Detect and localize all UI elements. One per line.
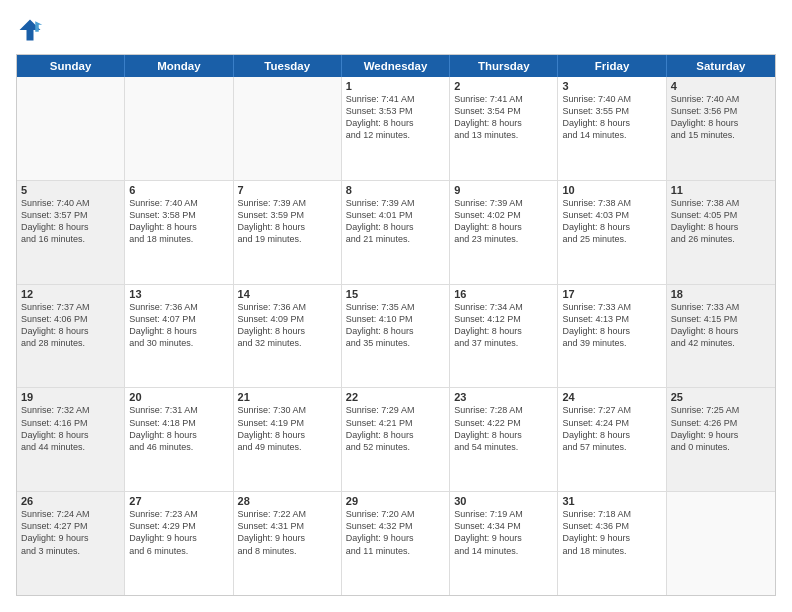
day-number: 7 xyxy=(238,184,337,196)
day-number: 10 xyxy=(562,184,661,196)
calendar-cell-r1c2: 7Sunrise: 7:39 AM Sunset: 3:59 PM Daylig… xyxy=(234,181,342,284)
calendar-cell-r0c3: 1Sunrise: 7:41 AM Sunset: 3:53 PM Daylig… xyxy=(342,77,450,180)
calendar-cell-r4c0: 26Sunrise: 7:24 AM Sunset: 4:27 PM Dayli… xyxy=(17,492,125,595)
day-number: 17 xyxy=(562,288,661,300)
day-number: 21 xyxy=(238,391,337,403)
cell-info: Sunrise: 7:41 AM Sunset: 3:53 PM Dayligh… xyxy=(346,93,445,142)
cell-info: Sunrise: 7:40 AM Sunset: 3:56 PM Dayligh… xyxy=(671,93,771,142)
calendar-cell-r2c2: 14Sunrise: 7:36 AM Sunset: 4:09 PM Dayli… xyxy=(234,285,342,388)
day-number: 29 xyxy=(346,495,445,507)
header xyxy=(16,16,776,44)
header-day-wednesday: Wednesday xyxy=(342,55,450,77)
calendar-cell-r3c2: 21Sunrise: 7:30 AM Sunset: 4:19 PM Dayli… xyxy=(234,388,342,491)
calendar-cell-r4c6 xyxy=(667,492,775,595)
calendar-cell-r4c5: 31Sunrise: 7:18 AM Sunset: 4:36 PM Dayli… xyxy=(558,492,666,595)
cell-info: Sunrise: 7:36 AM Sunset: 4:07 PM Dayligh… xyxy=(129,301,228,350)
cell-info: Sunrise: 7:40 AM Sunset: 3:55 PM Dayligh… xyxy=(562,93,661,142)
cell-info: Sunrise: 7:38 AM Sunset: 4:03 PM Dayligh… xyxy=(562,197,661,246)
day-number: 26 xyxy=(21,495,120,507)
calendar-cell-r4c3: 29Sunrise: 7:20 AM Sunset: 4:32 PM Dayli… xyxy=(342,492,450,595)
cell-info: Sunrise: 7:37 AM Sunset: 4:06 PM Dayligh… xyxy=(21,301,120,350)
cell-info: Sunrise: 7:25 AM Sunset: 4:26 PM Dayligh… xyxy=(671,404,771,453)
day-number: 23 xyxy=(454,391,553,403)
day-number: 5 xyxy=(21,184,120,196)
day-number: 6 xyxy=(129,184,228,196)
calendar-cell-r0c4: 2Sunrise: 7:41 AM Sunset: 3:54 PM Daylig… xyxy=(450,77,558,180)
day-number: 3 xyxy=(562,80,661,92)
calendar-row-0: 1Sunrise: 7:41 AM Sunset: 3:53 PM Daylig… xyxy=(17,77,775,181)
day-number: 27 xyxy=(129,495,228,507)
cell-info: Sunrise: 7:19 AM Sunset: 4:34 PM Dayligh… xyxy=(454,508,553,557)
cell-info: Sunrise: 7:40 AM Sunset: 3:58 PM Dayligh… xyxy=(129,197,228,246)
cell-info: Sunrise: 7:30 AM Sunset: 4:19 PM Dayligh… xyxy=(238,404,337,453)
calendar: SundayMondayTuesdayWednesdayThursdayFrid… xyxy=(16,54,776,596)
calendar-cell-r4c4: 30Sunrise: 7:19 AM Sunset: 4:34 PM Dayli… xyxy=(450,492,558,595)
calendar-row-4: 26Sunrise: 7:24 AM Sunset: 4:27 PM Dayli… xyxy=(17,492,775,595)
cell-info: Sunrise: 7:27 AM Sunset: 4:24 PM Dayligh… xyxy=(562,404,661,453)
cell-info: Sunrise: 7:38 AM Sunset: 4:05 PM Dayligh… xyxy=(671,197,771,246)
calendar-cell-r2c0: 12Sunrise: 7:37 AM Sunset: 4:06 PM Dayli… xyxy=(17,285,125,388)
calendar-cell-r3c3: 22Sunrise: 7:29 AM Sunset: 4:21 PM Dayli… xyxy=(342,388,450,491)
header-day-tuesday: Tuesday xyxy=(234,55,342,77)
calendar-cell-r3c5: 24Sunrise: 7:27 AM Sunset: 4:24 PM Dayli… xyxy=(558,388,666,491)
calendar-cell-r2c4: 16Sunrise: 7:34 AM Sunset: 4:12 PM Dayli… xyxy=(450,285,558,388)
logo xyxy=(16,16,48,44)
cell-info: Sunrise: 7:33 AM Sunset: 4:15 PM Dayligh… xyxy=(671,301,771,350)
cell-info: Sunrise: 7:36 AM Sunset: 4:09 PM Dayligh… xyxy=(238,301,337,350)
day-number: 28 xyxy=(238,495,337,507)
day-number: 19 xyxy=(21,391,120,403)
calendar-cell-r4c1: 27Sunrise: 7:23 AM Sunset: 4:29 PM Dayli… xyxy=(125,492,233,595)
calendar-cell-r0c1 xyxy=(125,77,233,180)
header-day-friday: Friday xyxy=(558,55,666,77)
cell-info: Sunrise: 7:18 AM Sunset: 4:36 PM Dayligh… xyxy=(562,508,661,557)
calendar-cell-r2c3: 15Sunrise: 7:35 AM Sunset: 4:10 PM Dayli… xyxy=(342,285,450,388)
day-number: 9 xyxy=(454,184,553,196)
cell-info: Sunrise: 7:31 AM Sunset: 4:18 PM Dayligh… xyxy=(129,404,228,453)
cell-info: Sunrise: 7:39 AM Sunset: 4:01 PM Dayligh… xyxy=(346,197,445,246)
day-number: 31 xyxy=(562,495,661,507)
calendar-cell-r3c6: 25Sunrise: 7:25 AM Sunset: 4:26 PM Dayli… xyxy=(667,388,775,491)
cell-info: Sunrise: 7:22 AM Sunset: 4:31 PM Dayligh… xyxy=(238,508,337,557)
calendar-cell-r0c0 xyxy=(17,77,125,180)
day-number: 30 xyxy=(454,495,553,507)
day-number: 8 xyxy=(346,184,445,196)
calendar-cell-r2c6: 18Sunrise: 7:33 AM Sunset: 4:15 PM Dayli… xyxy=(667,285,775,388)
day-number: 16 xyxy=(454,288,553,300)
calendar-cell-r1c5: 10Sunrise: 7:38 AM Sunset: 4:03 PM Dayli… xyxy=(558,181,666,284)
cell-info: Sunrise: 7:28 AM Sunset: 4:22 PM Dayligh… xyxy=(454,404,553,453)
day-number: 11 xyxy=(671,184,771,196)
calendar-cell-r4c2: 28Sunrise: 7:22 AM Sunset: 4:31 PM Dayli… xyxy=(234,492,342,595)
calendar-cell-r0c6: 4Sunrise: 7:40 AM Sunset: 3:56 PM Daylig… xyxy=(667,77,775,180)
cell-info: Sunrise: 7:35 AM Sunset: 4:10 PM Dayligh… xyxy=(346,301,445,350)
calendar-row-3: 19Sunrise: 7:32 AM Sunset: 4:16 PM Dayli… xyxy=(17,388,775,492)
day-number: 18 xyxy=(671,288,771,300)
cell-info: Sunrise: 7:41 AM Sunset: 3:54 PM Dayligh… xyxy=(454,93,553,142)
cell-info: Sunrise: 7:20 AM Sunset: 4:32 PM Dayligh… xyxy=(346,508,445,557)
calendar-cell-r2c1: 13Sunrise: 7:36 AM Sunset: 4:07 PM Dayli… xyxy=(125,285,233,388)
day-number: 12 xyxy=(21,288,120,300)
calendar-cell-r1c6: 11Sunrise: 7:38 AM Sunset: 4:05 PM Dayli… xyxy=(667,181,775,284)
calendar-cell-r3c0: 19Sunrise: 7:32 AM Sunset: 4:16 PM Dayli… xyxy=(17,388,125,491)
cell-info: Sunrise: 7:33 AM Sunset: 4:13 PM Dayligh… xyxy=(562,301,661,350)
cell-info: Sunrise: 7:34 AM Sunset: 4:12 PM Dayligh… xyxy=(454,301,553,350)
cell-info: Sunrise: 7:39 AM Sunset: 3:59 PM Dayligh… xyxy=(238,197,337,246)
day-number: 1 xyxy=(346,80,445,92)
day-number: 13 xyxy=(129,288,228,300)
header-day-saturday: Saturday xyxy=(667,55,775,77)
calendar-header: SundayMondayTuesdayWednesdayThursdayFrid… xyxy=(17,55,775,77)
calendar-cell-r2c5: 17Sunrise: 7:33 AM Sunset: 4:13 PM Dayli… xyxy=(558,285,666,388)
day-number: 25 xyxy=(671,391,771,403)
logo-icon xyxy=(16,16,44,44)
calendar-cell-r1c0: 5Sunrise: 7:40 AM Sunset: 3:57 PM Daylig… xyxy=(17,181,125,284)
calendar-cell-r1c3: 8Sunrise: 7:39 AM Sunset: 4:01 PM Daylig… xyxy=(342,181,450,284)
day-number: 2 xyxy=(454,80,553,92)
day-number: 15 xyxy=(346,288,445,300)
day-number: 4 xyxy=(671,80,771,92)
cell-info: Sunrise: 7:39 AM Sunset: 4:02 PM Dayligh… xyxy=(454,197,553,246)
calendar-cell-r3c1: 20Sunrise: 7:31 AM Sunset: 4:18 PM Dayli… xyxy=(125,388,233,491)
header-day-thursday: Thursday xyxy=(450,55,558,77)
cell-info: Sunrise: 7:24 AM Sunset: 4:27 PM Dayligh… xyxy=(21,508,120,557)
calendar-cell-r0c5: 3Sunrise: 7:40 AM Sunset: 3:55 PM Daylig… xyxy=(558,77,666,180)
header-day-monday: Monday xyxy=(125,55,233,77)
cell-info: Sunrise: 7:29 AM Sunset: 4:21 PM Dayligh… xyxy=(346,404,445,453)
